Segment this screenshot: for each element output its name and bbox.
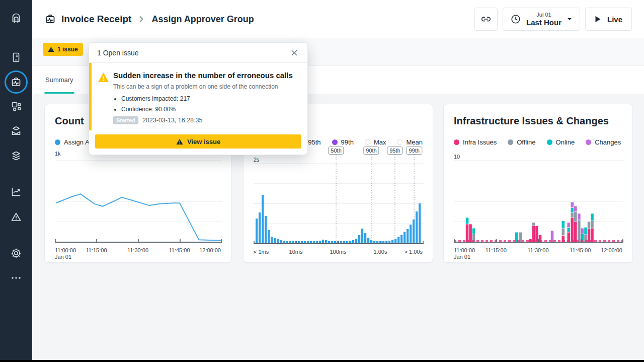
chevron-down-icon: [567, 16, 573, 22]
warning-icon: [176, 138, 183, 145]
count-y-max-label: 1k: [55, 151, 61, 157]
issue-count-badge[interactable]: 1 issue: [43, 43, 83, 56]
x-tick-label: 11:30:00: [127, 247, 148, 253]
popup-header: 1 Open issue: [89, 43, 307, 63]
legend-label: 99th: [341, 138, 354, 146]
legend-dot: [547, 139, 552, 145]
legend-dot: [332, 139, 338, 145]
legend-item[interactable]: Infra Issues: [454, 138, 497, 146]
breadcrumb: Invoice Receipt Assign Approver Group: [44, 13, 254, 25]
sidebar-item-service-active[interactable]: [5, 70, 28, 94]
time-range-value: Jul 01 Last Hour: [526, 12, 561, 27]
bottom-strip: [0, 360, 644, 362]
close-icon[interactable]: [290, 48, 299, 57]
app-window: Invoice Receipt Assign Approver Group: [0, 0, 644, 362]
x-tick-label: 11:00:00Jan 01: [454, 247, 475, 260]
legend-dot: [55, 139, 60, 145]
legend-item[interactable]: Mean: [397, 138, 423, 146]
x-tick-sublabel: Jan 01: [55, 254, 76, 260]
legend-label: Online: [556, 138, 575, 146]
inbox-layers-icon[interactable]: [9, 124, 23, 138]
legend-item[interactable]: Offline: [508, 138, 535, 146]
x-tick-label: 11:45:00: [169, 247, 190, 253]
started-badge: Started: [113, 116, 138, 124]
infrastructure-card-title: Infrastructure Issues & Changes: [454, 115, 609, 127]
legend-dot: [586, 139, 591, 145]
x-tick-label: < 1ms: [254, 249, 269, 255]
duration-y-max-label: 2s: [254, 157, 260, 163]
legend-item[interactable]: Assign A: [55, 138, 90, 146]
alert-triangle-icon[interactable]: [9, 210, 23, 224]
legend-item[interactable]: Max: [365, 138, 386, 146]
x-tick-label: 11:15:00: [486, 247, 507, 253]
legend-label: Mean: [406, 138, 423, 146]
popup-title: 1 Open issue: [97, 49, 139, 57]
trend-chart-icon[interactable]: [9, 185, 23, 199]
issue-title: Sudden increase in the number of erroneo…: [113, 71, 297, 80]
legend-dot: [508, 139, 513, 145]
duration-histogram-chart: [254, 155, 424, 249]
legend-label: Changes: [595, 138, 621, 146]
apps-icon[interactable]: [9, 99, 23, 113]
legend-label: Assign A: [64, 138, 90, 146]
infrastructure-x-axis-labels: 11:00:00Jan 0111:15:0011:30:0011:45:0012…: [454, 247, 622, 260]
legend-label: 95th: [308, 138, 320, 146]
popup-footer: View issue: [89, 130, 307, 155]
started-timestamp: 2023-03-13, 16:28:35: [142, 117, 203, 124]
percentile-marker-label: 50th: [328, 147, 344, 155]
x-tick-sublabel: Jan 01: [454, 254, 475, 260]
chevron-right-icon: [137, 15, 145, 23]
legend-item[interactable]: Online: [547, 138, 575, 146]
x-tick-label: 12:00:00: [601, 247, 622, 253]
time-range-picker[interactable]: Jul 01 Last Hour: [503, 8, 580, 31]
infrastructure-legend: Infra IssuesOfflineOnlineChanges: [454, 138, 622, 146]
legend-label: Offline: [517, 138, 535, 146]
legend-dot: [365, 139, 370, 145]
percentile-marker-label: 90th: [363, 147, 379, 155]
copy-link-button[interactable]: [474, 8, 498, 31]
issue-started-row: Started 2023-03-13, 16:28:35: [113, 116, 297, 124]
live-button[interactable]: Live: [585, 8, 632, 31]
view-issue-button[interactable]: View issue: [95, 134, 301, 149]
infrastructure-card: Infrastructure Issues & Changes Infra Is…: [443, 104, 633, 263]
count-x-axis-labels: 11:00:00Jan 0111:15:0011:30:0011:45:0012…: [55, 247, 221, 260]
issue-detail-customers: Customers impacted: 217: [121, 95, 297, 102]
bot-logo-icon[interactable]: [9, 11, 23, 25]
percentile-marker-label: 95th: [387, 147, 403, 155]
layers-icon[interactable]: [9, 149, 23, 163]
open-issue-popup: 1 Open issue Sudden increase in the numb…: [89, 42, 308, 155]
percentile-marker-label: 99th: [406, 147, 422, 155]
warning-triangle-icon: [98, 71, 109, 83]
x-tick-label: 1.00s: [374, 249, 387, 255]
clock-icon: [510, 14, 521, 25]
link-icon: [480, 14, 492, 25]
legend-item[interactable]: Changes: [586, 138, 621, 146]
issue-badge-label: 1 issue: [57, 46, 78, 53]
issue-description: This can be a sign of a problem on one s…: [113, 83, 297, 90]
device-panel-icon[interactable]: [9, 50, 23, 64]
legend-label: Max: [374, 138, 386, 146]
x-tick-label: 11:30:00: [527, 247, 548, 253]
legend-dot: [397, 139, 403, 145]
time-range-label: Last Hour: [526, 18, 561, 27]
infrastructure-stacked-chart: [454, 158, 623, 247]
sidebar: [0, 0, 32, 362]
time-range-date: Jul 01: [536, 12, 551, 18]
tab-summary[interactable]: Summary: [44, 66, 74, 94]
count-line-chart: [55, 158, 222, 247]
x-tick-label: 12:00:00: [199, 247, 221, 253]
header-actions: Jul 01 Last Hour Live: [474, 8, 632, 31]
breadcrumb-parent[interactable]: Invoice Receipt: [61, 14, 131, 25]
settings-gear-icon[interactable]: [9, 246, 23, 260]
count-card-title: Count: [55, 115, 84, 127]
legend-item[interactable]: 99th: [332, 138, 354, 146]
more-ellipsis-icon[interactable]: [9, 271, 23, 285]
page-header: Invoice Receipt Assign Approver Group: [32, 0, 644, 38]
breadcrumb-current: Assign Approver Group: [151, 14, 254, 25]
view-issue-label: View issue: [187, 138, 220, 146]
live-label: Live: [607, 15, 622, 24]
x-tick-label: > 1.00s: [405, 249, 423, 255]
infrastructure-y-max-label: 10: [454, 154, 460, 160]
x-tick-label: 11:00:00Jan 01: [55, 247, 76, 260]
tab-summary-label: Summary: [45, 76, 73, 84]
